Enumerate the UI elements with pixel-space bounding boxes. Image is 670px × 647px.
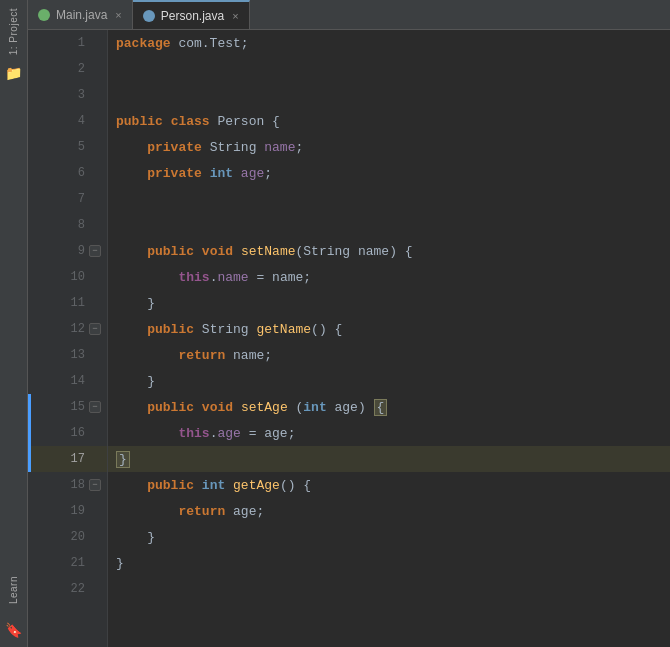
line-num-6: 6 bbox=[65, 166, 85, 180]
type-int-18: int bbox=[202, 478, 225, 493]
fold-12[interactable]: − bbox=[89, 323, 101, 335]
learn-label-text: Learn bbox=[8, 576, 19, 604]
line-num-13: 13 bbox=[65, 348, 85, 362]
type-string-5: String bbox=[210, 140, 257, 155]
person-java-icon bbox=[143, 10, 155, 22]
method-getage: getAge bbox=[233, 478, 280, 493]
gutter-line-6: 6 bbox=[28, 160, 107, 186]
blue-indicator bbox=[28, 394, 31, 420]
code-line-9: public void setName ( String name ) { bbox=[108, 238, 670, 264]
line-num-21: 21 bbox=[65, 556, 85, 570]
line-num-11: 11 bbox=[65, 296, 85, 310]
main-java-icon bbox=[38, 9, 50, 21]
kw-public-9: public bbox=[147, 244, 194, 259]
project-label[interactable]: 1: Project bbox=[8, 8, 19, 55]
gutter-line-13: 13 bbox=[28, 342, 107, 368]
method-getname: getName bbox=[256, 322, 311, 337]
code-line-22 bbox=[108, 576, 670, 602]
tab-main-label: Main.java bbox=[56, 8, 107, 22]
kw-void-9: void bbox=[202, 244, 233, 259]
code-content[interactable]: package com.Test; public class Person { … bbox=[108, 30, 670, 647]
gutter-line-15: 15 − bbox=[28, 394, 107, 420]
code-line-15: public void setAge ( int age) { bbox=[108, 394, 670, 420]
kw-return-19: return bbox=[178, 504, 225, 519]
line-num-12: 12 bbox=[65, 322, 85, 336]
tab-person[interactable]: Person.java × bbox=[133, 0, 250, 29]
code-line-7 bbox=[108, 186, 670, 212]
tab-main[interactable]: Main.java × bbox=[28, 0, 133, 29]
gutter-line-2: 2 bbox=[28, 56, 107, 82]
code-line-11: } bbox=[108, 290, 670, 316]
line-num-20: 20 bbox=[65, 530, 85, 544]
line-num-5: 5 bbox=[65, 140, 85, 154]
gutter-line-7: 7 bbox=[28, 186, 107, 212]
gutter-line-1: 1 bbox=[28, 30, 107, 56]
line-num-22: 22 bbox=[65, 582, 85, 596]
line-num-1: 1 bbox=[65, 36, 85, 50]
kw-this-16: this bbox=[178, 426, 209, 441]
type-string-9: String bbox=[303, 244, 350, 259]
tab-person-label: Person.java bbox=[161, 9, 224, 23]
gutter-line-4: 4 bbox=[28, 108, 107, 134]
code-line-18: public int getAge () { bbox=[108, 472, 670, 498]
kw-public-18: public bbox=[147, 478, 194, 493]
method-setage: setAge bbox=[241, 400, 288, 415]
field-age-16: age bbox=[217, 426, 240, 441]
class-name-person: Person bbox=[217, 114, 264, 129]
code-line-12: public String getName () { bbox=[108, 316, 670, 342]
code-line-5: private String name ; bbox=[108, 134, 670, 160]
code-line-6: private int age ; bbox=[108, 160, 670, 186]
gutter-line-18: 18 − bbox=[28, 472, 107, 498]
line-num-10: 10 bbox=[65, 270, 85, 284]
tab-person-close[interactable]: × bbox=[232, 10, 238, 22]
kw-void-15: void bbox=[202, 400, 233, 415]
code-line-2 bbox=[108, 56, 670, 82]
code-line-8 bbox=[108, 212, 670, 238]
code-line-10: this . name = name; bbox=[108, 264, 670, 290]
folder-icon[interactable]: 📁 bbox=[5, 65, 22, 82]
gutter-line-11: 11 bbox=[28, 290, 107, 316]
gutter-line-14: 14 bbox=[28, 368, 107, 394]
code-view: 1 2 3 4 5 bbox=[28, 30, 670, 647]
kw-this-10: this bbox=[178, 270, 209, 285]
type-int-6: int bbox=[210, 166, 233, 181]
gutter-line-19: 19 bbox=[28, 498, 107, 524]
learn-icon[interactable]: 🔖 bbox=[5, 622, 22, 639]
line-num-7: 7 bbox=[65, 192, 85, 206]
gutter-line-16: 16 bbox=[28, 420, 107, 446]
fold-18[interactable]: − bbox=[89, 479, 101, 491]
blue-indicator-16 bbox=[28, 420, 31, 446]
tab-bar: Main.java × Person.java × bbox=[28, 0, 670, 30]
code-line-14: } bbox=[108, 368, 670, 394]
code-line-17: } bbox=[108, 446, 670, 472]
code-line-21: } bbox=[108, 550, 670, 576]
line-num-17: 17 bbox=[65, 452, 85, 466]
line-num-9: 9 bbox=[65, 244, 85, 258]
close-brace-17: } bbox=[116, 451, 130, 468]
learn-label[interactable]: Learn bbox=[8, 576, 19, 604]
line-num-16: 16 bbox=[65, 426, 85, 440]
gutter-line-8: 8 bbox=[28, 212, 107, 238]
code-line-13: return name; bbox=[108, 342, 670, 368]
line-num-3: 3 bbox=[65, 88, 85, 102]
fold-15[interactable]: − bbox=[89, 401, 101, 413]
kw-private-6: private bbox=[147, 166, 202, 181]
gutter-line-5: 5 bbox=[28, 134, 107, 160]
field-age: age bbox=[241, 166, 264, 181]
editor-area: Main.java × Person.java × 1 2 3 bbox=[28, 0, 670, 647]
code-line-16: this . age = age; bbox=[108, 420, 670, 446]
kw-public-12: public bbox=[147, 322, 194, 337]
gutter-line-17: 17 bbox=[28, 446, 107, 472]
gutter-line-12: 12 − bbox=[28, 316, 107, 342]
gutter-line-10: 10 bbox=[28, 264, 107, 290]
line-num-4: 4 bbox=[65, 114, 85, 128]
line-num-8: 8 bbox=[65, 218, 85, 232]
line-num-14: 14 bbox=[65, 374, 85, 388]
tab-main-close[interactable]: × bbox=[115, 9, 121, 21]
gutter-line-20: 20 bbox=[28, 524, 107, 550]
kw-public-15: public bbox=[147, 400, 194, 415]
code-line-3 bbox=[108, 82, 670, 108]
kw-public-4: public bbox=[116, 114, 163, 129]
fold-9[interactable]: − bbox=[89, 245, 101, 257]
open-brace-15: { bbox=[374, 399, 388, 416]
